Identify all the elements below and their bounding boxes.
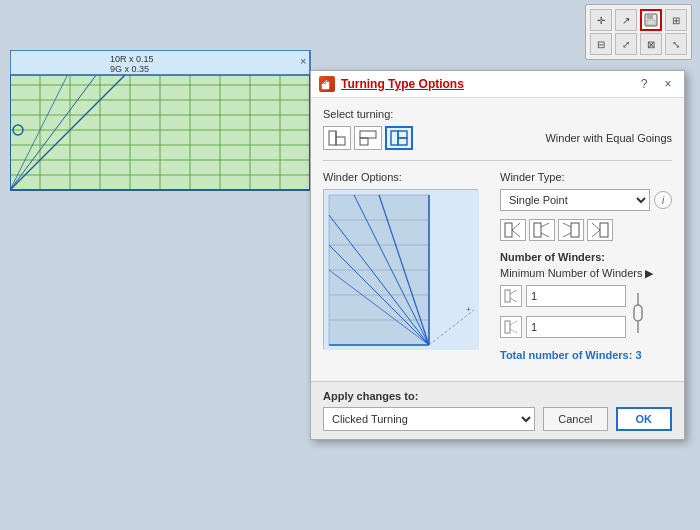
- winder-input-row-2: 1: [500, 316, 626, 338]
- toolbar-btn-4[interactable]: ⊞: [665, 9, 687, 31]
- svg-line-67: [592, 230, 600, 237]
- dialog-body: Select turning:: [311, 98, 684, 371]
- winder-type-row: Single Point i: [500, 189, 672, 211]
- winder-type-select[interactable]: Single Point: [500, 189, 650, 211]
- svg-line-70: [510, 298, 517, 302]
- winder-input-icon-2: [500, 316, 522, 338]
- svg-rect-32: [329, 131, 336, 145]
- svg-line-66: [592, 223, 600, 230]
- toolbar-btn-7[interactable]: ⊠: [640, 33, 662, 55]
- turning-option-2[interactable]: [354, 126, 382, 150]
- total-winders-value: 3: [635, 349, 641, 361]
- dialog-close-button[interactable]: ×: [660, 76, 676, 92]
- toolbar-btn-arrow[interactable]: ↗: [615, 9, 637, 31]
- toolbar-btn-cross[interactable]: ✛: [590, 9, 612, 31]
- dialog-title-left: Turning Type Options: [319, 76, 464, 92]
- number-of-winders-label: Number of Winders:: [500, 251, 672, 263]
- info-button[interactable]: i: [654, 191, 672, 209]
- dialog-title-text: Turning Type Options: [341, 77, 464, 91]
- dialog-title-icon: [319, 76, 335, 92]
- svg-line-72: [510, 321, 517, 325]
- apply-changes-row: Clicked Turning Cancel OK: [323, 407, 672, 431]
- winder-icon-1[interactable]: [500, 219, 526, 241]
- svg-rect-76: [634, 305, 642, 321]
- two-col-layout: Winder Options:: [323, 171, 672, 361]
- svg-rect-65: [600, 223, 608, 237]
- winder-preview: +: [323, 189, 478, 349]
- svg-line-60: [541, 223, 549, 227]
- turning-type-display: Winder with Equal Goings: [545, 132, 672, 144]
- turning-options: [323, 126, 413, 150]
- svg-line-61: [541, 233, 549, 237]
- svg-line-63: [563, 223, 571, 227]
- svg-rect-35: [360, 131, 376, 138]
- select-turning-label: Select turning:: [323, 108, 672, 120]
- toolbar-btn-6[interactable]: ⤢: [615, 33, 637, 55]
- svg-rect-39: [398, 138, 407, 145]
- divider: [323, 160, 672, 161]
- svg-line-73: [510, 329, 517, 333]
- toolbar-btn-8[interactable]: ⤡: [665, 33, 687, 55]
- select-turning-row: Winder with Equal Goings: [323, 126, 672, 150]
- svg-line-57: [512, 223, 520, 230]
- svg-rect-21: [10, 50, 310, 75]
- winder-icon-4[interactable]: [587, 219, 613, 241]
- min-winders-label: Minimum Number of Winders ▶: [500, 267, 672, 280]
- turning-type-options-dialog: Turning Type Options ? × Select turning:: [310, 70, 685, 440]
- dialog-title-controls: ? ×: [636, 76, 676, 92]
- apply-changes-section: Apply changes to: Clicked Turning Cancel…: [311, 381, 684, 439]
- apply-changes-label: Apply changes to:: [323, 390, 672, 402]
- svg-rect-59: [534, 223, 541, 237]
- svg-line-69: [510, 290, 517, 294]
- svg-rect-37: [391, 131, 398, 145]
- svg-rect-33: [336, 137, 345, 145]
- svg-rect-56: [505, 223, 512, 237]
- svg-text:9G x 0.35: 9G x 0.35: [110, 64, 149, 74]
- toolbar-row-1: ✛ ↗ ⊞: [590, 9, 687, 31]
- total-winders-row: Total number of Winders: 3: [500, 349, 672, 361]
- winder-preview-svg: +: [324, 190, 479, 350]
- svg-line-64: [563, 233, 571, 237]
- winder-input-2[interactable]: 1: [526, 316, 626, 338]
- svg-line-58: [512, 230, 520, 237]
- total-winders-label: Total number of Winders:: [500, 349, 632, 361]
- cad-drawing: 10R x 0.15 9G x 0.35 ×: [10, 50, 320, 200]
- winder-type-icons-row: [500, 219, 672, 241]
- svg-rect-62: [571, 223, 579, 237]
- toolbar: ✛ ↗ ⊞ ⊟ ⤢ ⊠ ⤡: [585, 4, 692, 60]
- winder-options-label: Winder Options:: [323, 171, 488, 183]
- winder-type-col: Winder Type: Single Point i: [500, 171, 672, 361]
- svg-rect-71: [505, 321, 510, 333]
- link-icon: [632, 293, 644, 336]
- svg-rect-29: [322, 84, 326, 89]
- svg-rect-36: [360, 138, 368, 145]
- svg-text:+: +: [466, 305, 471, 314]
- winder-input-1[interactable]: 1: [526, 285, 626, 307]
- winder-icon-3[interactable]: [558, 219, 584, 241]
- dialog-titlebar: Turning Type Options ? ×: [311, 71, 684, 98]
- turning-option-3[interactable]: [385, 126, 413, 150]
- toolbar-btn-5[interactable]: ⊟: [590, 33, 612, 55]
- winder-icon-2[interactable]: [529, 219, 555, 241]
- winder-options-col: Winder Options:: [323, 171, 488, 361]
- winder-input-icon-1: [500, 285, 522, 307]
- winder-input-row-1: 1: [500, 285, 626, 307]
- apply-changes-select[interactable]: Clicked Turning: [323, 407, 535, 431]
- toolbar-btn-save[interactable]: [640, 9, 662, 31]
- dialog-help-button[interactable]: ?: [636, 76, 652, 92]
- svg-text:×: ×: [300, 55, 306, 67]
- ok-button[interactable]: OK: [616, 407, 673, 431]
- svg-rect-68: [505, 290, 510, 302]
- svg-text:10R x 0.15: 10R x 0.15: [110, 54, 154, 64]
- winder-inputs-group: 1 1: [500, 285, 672, 343]
- winder-type-label: Winder Type:: [500, 171, 672, 183]
- svg-rect-27: [647, 14, 653, 19]
- svg-rect-28: [647, 20, 655, 25]
- turning-option-1[interactable]: [323, 126, 351, 150]
- toolbar-row-2: ⊟ ⤢ ⊠ ⤡: [590, 33, 687, 55]
- cancel-button[interactable]: Cancel: [543, 407, 607, 431]
- svg-rect-38: [398, 131, 407, 138]
- svg-rect-30: [326, 82, 329, 89]
